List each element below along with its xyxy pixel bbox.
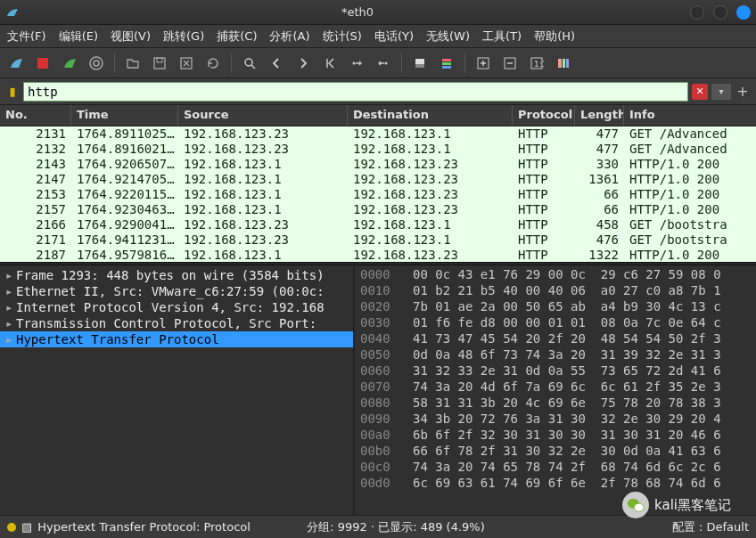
col-no[interactable]: No. [0, 105, 71, 126]
statusbar: ▧ Hypertext Transfer Protocol: Protocol … [0, 515, 756, 538]
stop-capture-button[interactable] [32, 53, 53, 74]
col-source[interactable]: Source [178, 105, 348, 126]
menu-tools[interactable]: 工具(T) [482, 29, 522, 45]
save-file-button[interactable] [149, 53, 170, 74]
col-length[interactable]: Length [575, 105, 624, 126]
reload-button[interactable] [202, 53, 224, 74]
menu-wireless[interactable]: 无线(W) [426, 29, 470, 45]
svg-rect-3 [154, 58, 165, 69]
menu-file[interactable]: 文件(F) [7, 29, 46, 45]
display-filter-input[interactable] [23, 82, 688, 102]
status-field: Hypertext Transfer Protocol: Protocol [37, 520, 251, 534]
svg-point-1 [90, 57, 103, 69]
zoom-out-button[interactable] [499, 53, 521, 74]
find-button[interactable] [239, 53, 260, 74]
go-first-button[interactable] [346, 53, 367, 74]
restart-capture-button[interactable] [59, 53, 80, 74]
menu-help[interactable]: 帮助(H) [534, 29, 575, 45]
resize-columns-button[interactable] [553, 53, 574, 74]
menu-go[interactable]: 跳转(G) [163, 29, 204, 45]
tree-ethernet[interactable]: ▸Ethernet II, Src: VMware_c6:27:59 (00:0… [0, 283, 353, 299]
menu-telephony[interactable]: 电话(Y) [374, 29, 414, 45]
maximize-button[interactable] [713, 5, 727, 20]
zoom-in-button[interactable] [472, 53, 494, 74]
svg-rect-12 [442, 62, 451, 65]
open-file-button[interactable] [122, 53, 144, 74]
capture-options-button[interactable] [86, 53, 107, 74]
hex-line[interactable]: 0040 41 73 47 45 54 20 2f 20 48 54 54 50… [360, 331, 751, 347]
hex-line[interactable]: 00d0 6c 69 63 61 74 69 6f 6e 2f 78 68 74… [360, 476, 751, 492]
hex-line[interactable]: 0030 01 f6 fe d8 00 00 01 01 08 0a 7c 0e… [360, 315, 751, 331]
menu-statistics[interactable]: 统计(S) [323, 29, 362, 45]
menu-edit[interactable]: 编辑(E) [59, 29, 98, 45]
clear-filter-button[interactable]: ✕ [692, 84, 708, 100]
packet-row[interactable]: 21431764.9206507…192.168.123.1192.168.12… [0, 157, 756, 172]
hex-line[interactable]: 00c0 74 3a 20 74 65 78 74 2f 68 74 6d 6c… [360, 460, 751, 476]
svg-point-6 [245, 59, 252, 66]
packet-row[interactable]: 21311764.8911025…192.168.123.23192.168.1… [0, 126, 756, 142]
start-capture-button[interactable] [5, 53, 27, 74]
titlebar: *eth0 [0, 0, 756, 25]
tree-ip[interactable]: ▸Internet Protocol Version 4, Src: 192.1… [0, 299, 353, 315]
svg-point-2 [94, 61, 99, 66]
col-destination[interactable]: Destination [348, 105, 513, 126]
packet-list[interactable]: 21311764.8911025…192.168.123.23192.168.1… [0, 126, 756, 262]
close-button[interactable] [736, 5, 751, 20]
hex-line[interactable]: 0050 0d 0a 48 6f 73 74 3a 20 31 39 32 2e… [360, 347, 751, 363]
svg-rect-0 [37, 58, 48, 69]
capture-file-icon[interactable]: ▧ [21, 520, 32, 534]
zoom-reset-button[interactable]: 1:1 [526, 53, 547, 74]
hex-line[interactable]: 00a0 6b 6f 2f 32 30 31 30 30 31 30 31 20… [360, 428, 751, 444]
packet-row[interactable]: 21321764.8916021…192.168.123.23192.168.1… [0, 142, 756, 157]
svg-rect-19 [563, 59, 565, 68]
status-packets: 分组: 9992 · 已显示: 489 (4.9%) [307, 519, 485, 535]
hex-line[interactable]: 0090 34 3b 20 72 76 3a 31 30 32 2e 30 29… [360, 412, 751, 428]
tree-http[interactable]: ▸Hypertext Transfer Protocol [0, 331, 353, 347]
app-icon [5, 5, 20, 20]
hex-line[interactable]: 00b0 66 6f 78 2f 31 30 32 2e 30 0d 0a 41… [360, 444, 751, 460]
packet-row[interactable]: 21571764.9230463…192.168.123.1192.168.12… [0, 202, 756, 217]
col-time[interactable]: Time [71, 105, 178, 126]
go-to-packet-button[interactable] [319, 53, 341, 74]
packet-row[interactable]: 21661764.9290041…192.168.123.23192.168.1… [0, 217, 756, 232]
menu-capture[interactable]: 捕获(C) [217, 29, 257, 45]
filter-dropdown-button[interactable]: ▾ [711, 84, 731, 100]
svg-text:1:1: 1:1 [534, 60, 544, 69]
hex-line[interactable]: 0010 01 b2 21 b5 40 00 40 06 a0 27 c0 a8… [360, 283, 751, 299]
close-file-button[interactable] [176, 53, 197, 74]
packet-row[interactable]: 21871764.9579816…192.168.123.1192.168.12… [0, 248, 756, 262]
hex-line[interactable]: 0000 00 0c 43 e1 76 29 00 0c 29 c6 27 59… [360, 267, 751, 283]
menu-analyze[interactable]: 分析(A) [269, 29, 309, 45]
hex-line[interactable]: 0080 58 31 31 3b 20 4c 69 6e 75 78 20 78… [360, 395, 751, 412]
colorize-button[interactable] [436, 53, 457, 74]
col-info[interactable]: Info [624, 105, 756, 126]
hex-line[interactable]: 0070 74 3a 20 4d 6f 7a 69 6c 6c 61 2f 35… [360, 379, 751, 395]
svg-rect-10 [415, 64, 424, 68]
tree-tcp[interactable]: ▸Transmission Control Protocol, Src Port… [0, 315, 353, 331]
bookmark-icon[interactable]: ▮ [5, 85, 20, 98]
add-filter-button[interactable]: + [735, 83, 751, 100]
col-protocol[interactable]: Protocol [513, 105, 575, 126]
expert-info-icon[interactable] [7, 523, 16, 532]
auto-scroll-button[interactable] [409, 53, 431, 74]
go-last-button[interactable] [373, 53, 394, 74]
hex-line[interactable]: 0020 7b 01 ae 2a 00 50 65 ab a4 b9 30 4c… [360, 299, 751, 315]
svg-rect-11 [442, 59, 451, 61]
go-back-button[interactable] [266, 53, 287, 74]
packet-row[interactable]: 21531764.9220115…192.168.123.1192.168.12… [0, 187, 756, 202]
status-profile[interactable]: 配置 : Default [672, 519, 749, 535]
minimize-button[interactable] [690, 5, 704, 20]
packet-row[interactable]: 21711764.9411231…192.168.123.23192.168.1… [0, 232, 756, 248]
svg-rect-20 [566, 59, 569, 68]
go-forward-button[interactable] [292, 53, 314, 74]
packet-list-header: No. Time Source Destination Protocol Len… [0, 105, 756, 126]
menu-view[interactable]: 视图(V) [111, 29, 151, 45]
window-title: *eth0 [25, 5, 690, 19]
svg-rect-4 [157, 58, 162, 62]
tree-frame[interactable]: ▸Frame 1293: 448 bytes on wire (3584 bit… [0, 267, 353, 283]
packet-row[interactable]: 21471764.9214705…192.168.123.1192.168.12… [0, 172, 756, 187]
svg-rect-18 [558, 59, 562, 68]
packet-bytes-pane[interactable]: 0000 00 0c 43 e1 76 29 00 0c 29 c6 27 59… [355, 265, 756, 515]
packet-details-pane[interactable]: ▸Frame 1293: 448 bytes on wire (3584 bit… [0, 265, 355, 515]
hex-line[interactable]: 0060 31 32 33 2e 31 0d 0a 55 73 65 72 2d… [360, 363, 751, 379]
